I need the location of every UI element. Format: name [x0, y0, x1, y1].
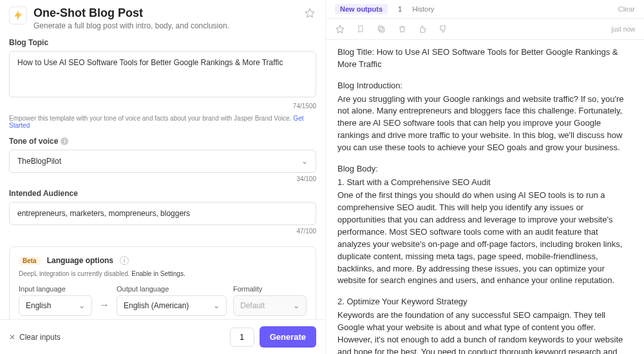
generate-button[interactable]: Generate — [260, 326, 316, 348]
blog-topic-input[interactable] — [9, 51, 316, 97]
bookmark-icon[interactable] — [355, 24, 366, 34]
section-2-text: Keywords are the foundation of any succe… — [337, 310, 632, 354]
chevron-down-icon: ⌄ — [213, 301, 220, 310]
blog-topic-label: Blog Topic — [9, 38, 316, 47]
language-options-card: Beta Language options i DeepL integratio… — [9, 246, 316, 319]
formality-select[interactable]: Default⌄ — [233, 295, 307, 316]
delete-icon[interactable] — [397, 24, 407, 34]
output-tabs: New outputs 1 History Clear — [326, 0, 644, 19]
history-tab[interactable]: History — [412, 5, 434, 13]
tone-select[interactable]: TheBlogPilot ⌄ — [9, 150, 316, 173]
chevron-down-icon: ⌄ — [293, 301, 299, 310]
info-icon: i — [61, 137, 68, 145]
right-panel: New outputs 1 History Clear just now Blo… — [325, 0, 644, 354]
template-header: One-Shot Blog Post Generate a full blog … — [0, 0, 325, 34]
tone-label: Tone of voice — [9, 137, 58, 146]
output-toolbar: just now — [326, 19, 644, 40]
arrow-right-icon: → — [99, 299, 110, 316]
svg-rect-1 — [378, 26, 383, 30]
formality-label: Formality — [233, 285, 307, 293]
output-count-input[interactable] — [230, 328, 254, 347]
favorite-button[interactable] — [303, 6, 316, 19]
tone-counter: 34/100 — [9, 175, 316, 182]
section-1-heading: 1. Start with a Comprehensive SEO Audit — [337, 177, 632, 189]
body-heading: Blog Body: — [337, 163, 632, 175]
new-outputs-tab[interactable]: New outputs — [335, 4, 388, 14]
output-language-label: Output language — [117, 285, 227, 293]
output-body: Blog Title: How to Use AI SEO Software T… — [326, 40, 644, 354]
thumbs-up-icon[interactable] — [417, 24, 428, 34]
thumbs-down-icon[interactable] — [438, 24, 448, 34]
intro-text: Are you struggling with your Google rank… — [337, 93, 632, 154]
new-outputs-count: 1 — [398, 5, 402, 13]
section-1-text: One of the first things you should do wh… — [337, 190, 632, 287]
chevron-down-icon: ⌄ — [79, 301, 85, 310]
audience-label: Intended Audience — [9, 189, 316, 198]
blog-topic-counter: 74/1500 — [9, 103, 316, 110]
input-language-label: Input language — [19, 285, 92, 293]
star-icon[interactable] — [335, 24, 345, 34]
output-language-select[interactable]: English (American)⌄ — [117, 295, 227, 316]
intro-heading: Blog Introduction: — [337, 80, 632, 92]
template-subtitle: Generate a full blog post with intro, bo… — [33, 21, 297, 30]
help-icon[interactable]: i — [120, 256, 129, 265]
left-panel: One-Shot Blog Post Generate a full blog … — [0, 0, 325, 354]
section-2-heading: 2. Optimize Your Keyword Strategy — [337, 296, 632, 308]
audience-counter: 47/100 — [9, 228, 316, 235]
clear-inputs-button[interactable]: ✕ Clear inputs — [9, 333, 61, 342]
svg-rect-0 — [380, 28, 384, 32]
audience-input[interactable] — [9, 202, 316, 225]
output-title: Blog Title: How to Use AI SEO Software T… — [337, 46, 632, 71]
input-language-select[interactable]: English⌄ — [19, 295, 92, 316]
timestamp: just now — [611, 26, 635, 33]
enable-settings-link[interactable]: Enable in Settings. — [131, 270, 185, 277]
close-icon: ✕ — [9, 333, 15, 342]
deepl-note: DeepL integration is currently disabled.… — [19, 270, 307, 277]
brand-voice-hint: Empower this template with your tone of … — [9, 115, 316, 129]
beta-badge: Beta — [19, 257, 41, 265]
clear-outputs-button[interactable]: Clear — [618, 5, 635, 13]
template-title: One-Shot Blog Post — [33, 6, 297, 20]
copy-icon[interactable] — [376, 24, 386, 34]
lightning-icon — [9, 6, 27, 25]
language-options-title: Language options — [47, 256, 113, 265]
chevron-down-icon: ⌄ — [301, 157, 308, 166]
left-footer: ✕ Clear inputs Generate — [0, 319, 325, 354]
